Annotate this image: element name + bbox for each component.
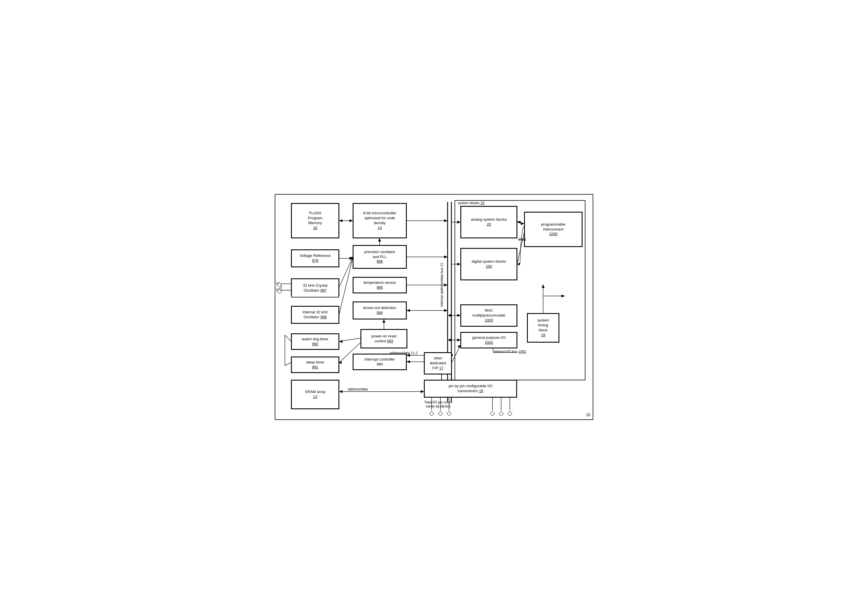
svg-marker-72 xyxy=(448,314,451,317)
watchdog-block: watch dog timer992 xyxy=(291,333,339,350)
svg-marker-95 xyxy=(517,263,520,265)
brown-out-label: brown-out detection994 xyxy=(363,305,396,315)
bottom-diamond-4 xyxy=(491,411,494,417)
temp-sensor-number: 995 xyxy=(377,285,383,290)
interrupt-ctrl-number: 990 xyxy=(377,362,383,366)
x2-diamond xyxy=(277,289,281,294)
digital-blocks-block: digital system blocks100 xyxy=(460,248,517,280)
svg-marker-42 xyxy=(378,238,381,242)
power-reset-block: power-on resetcontrol 993 xyxy=(361,329,407,348)
io-transceivers-block: pin by pin configurable I/Otransceivers … xyxy=(424,380,517,397)
svg-marker-35 xyxy=(457,263,460,265)
brown-out-block: brown-out detection994 xyxy=(353,302,406,319)
svg-marker-76 xyxy=(457,338,460,341)
system-timing-block: systemtimingblock19 xyxy=(527,313,559,342)
digital-blocks-number: 100 xyxy=(486,264,492,268)
programmable-interconnect-block: programmableinterconnect1000 xyxy=(524,212,582,247)
other-dedicated-label: otherdedicatedF/P 17 xyxy=(430,356,446,371)
svg-marker-73 xyxy=(457,314,460,317)
crystal-osc-number: 997 xyxy=(321,288,327,293)
svg-marker-25 xyxy=(339,219,343,222)
temp-sensor-label: temperature sensor995 xyxy=(363,281,396,290)
voltage-ref-block: Voltage Reference979 xyxy=(291,250,339,267)
digital-blocks-label: digital system blocks100 xyxy=(472,259,506,269)
svg-marker-28 xyxy=(444,219,448,222)
system-timing-label: systemtimingblock19 xyxy=(537,318,549,338)
temp-sensor-block: temperature sensor995 xyxy=(353,277,406,293)
system-ref-number: 10 xyxy=(586,412,591,417)
programmable-interconnect-number: 1000 xyxy=(549,232,558,236)
svg-marker-78 xyxy=(458,345,460,348)
svg-marker-30 xyxy=(457,221,460,223)
svg-line-40 xyxy=(339,257,353,315)
interrupt-ctrl-label: interrupt controller990 xyxy=(364,357,395,367)
flash-memory-number: 16 xyxy=(313,226,317,230)
precision-osc-number: 998 xyxy=(377,259,383,264)
svg-marker-49 xyxy=(444,309,448,312)
svg-marker-57 xyxy=(339,340,343,343)
general-io-block: general purpose I/O1002 xyxy=(460,332,517,348)
internal-bus-label: internal address/data bus 11 xyxy=(440,263,444,307)
voltage-ref-number: 979 xyxy=(312,258,318,263)
mac-label: MACmultiply/accumulate1003 xyxy=(472,308,505,323)
address-data-11-2-label: address/data 11.2 xyxy=(390,351,417,355)
ref-1002-label: 1002 xyxy=(519,237,526,242)
internal-io-bus-label: internal I/O bus 1001 xyxy=(494,350,526,354)
analog-blocks-number: 20 xyxy=(487,222,491,226)
svg-line-38 xyxy=(339,257,353,287)
svg-line-31 xyxy=(517,222,524,223)
internal-osc-block: Internal 32 kHzOscillator 996 xyxy=(291,306,339,324)
other-dedicated-number: 17 xyxy=(439,366,443,370)
analog-blocks-block: analog system blocks20 xyxy=(460,206,517,238)
sram-label: SRAM array12 xyxy=(305,389,326,399)
svg-line-94 xyxy=(517,229,525,264)
total-io-label: Total I/O pin countvaries by device xyxy=(424,400,452,408)
svg-marker-75 xyxy=(448,338,451,341)
microcontroller-block: 8-bit microcontrolleroptimized for coded… xyxy=(353,203,406,238)
watchdog-number: 992 xyxy=(312,342,318,346)
microcontroller-number: 14 xyxy=(378,226,381,230)
sram-number: 12 xyxy=(313,394,317,399)
power-reset-number: 993 xyxy=(387,339,393,343)
mac-number: 1003 xyxy=(485,318,493,323)
other-dedicated-block: otherdedicatedF/P 17 xyxy=(424,352,452,374)
io-transceivers-number: 18 xyxy=(479,389,483,393)
svg-marker-59 xyxy=(339,361,342,364)
svg-marker-39 xyxy=(350,257,353,260)
main-diagram: FLASHProgramMemory16 8-bit microcontroll… xyxy=(275,194,593,420)
mac-block: MACmultiply/accumulate1003 xyxy=(460,305,517,326)
general-io-number: 1002 xyxy=(485,340,493,345)
svg-marker-32 xyxy=(517,221,521,223)
sleep-timer-number: 991 xyxy=(312,365,318,369)
svg-marker-33 xyxy=(521,222,524,225)
flash-memory-block: FLASHProgramMemory16 xyxy=(291,203,339,238)
svg-marker-37 xyxy=(349,257,353,260)
svg-line-56 xyxy=(339,338,361,341)
microcontroller-label: 8-bit microcontrolleroptimized for coded… xyxy=(363,211,396,231)
general-io-label: general purpose I/O1002 xyxy=(472,335,505,345)
svg-marker-66 xyxy=(406,360,410,363)
svg-marker-26 xyxy=(349,219,353,222)
bottom-diamond-6 xyxy=(508,411,512,417)
svg-marker-61 xyxy=(383,319,385,323)
crystal-osc-label: 32 kHz CrystalOscillator 997 xyxy=(303,283,327,293)
precision-osc-label: precision oscillatorand PLL998 xyxy=(364,250,395,264)
system-blocks-outer-label: system blocks 25 xyxy=(458,201,484,206)
sleep-timer-label: sleep timer991 xyxy=(306,360,325,370)
svg-line-50 xyxy=(285,335,291,341)
sleep-timer-block: sleep timer991 xyxy=(291,357,339,373)
svg-line-52 xyxy=(285,363,291,366)
system-timing-number: 19 xyxy=(541,333,545,337)
svg-marker-46 xyxy=(444,284,448,287)
programmable-interconnect-label: programmableinterconnect1000 xyxy=(541,222,566,237)
svg-marker-91 xyxy=(542,284,545,288)
svg-line-77 xyxy=(452,345,460,363)
x1-diamond xyxy=(277,283,281,288)
sram-block: SRAM array12 xyxy=(291,380,339,409)
power-reset-label: power-on resetcontrol 993 xyxy=(372,334,397,344)
address-data-label: address/data xyxy=(348,387,368,391)
svg-marker-69 xyxy=(339,390,343,393)
interrupt-ctrl-block: interrupt controller990 xyxy=(353,354,406,370)
bottom-diamond-2 xyxy=(439,411,442,417)
bottom-diamond-1 xyxy=(430,411,433,417)
